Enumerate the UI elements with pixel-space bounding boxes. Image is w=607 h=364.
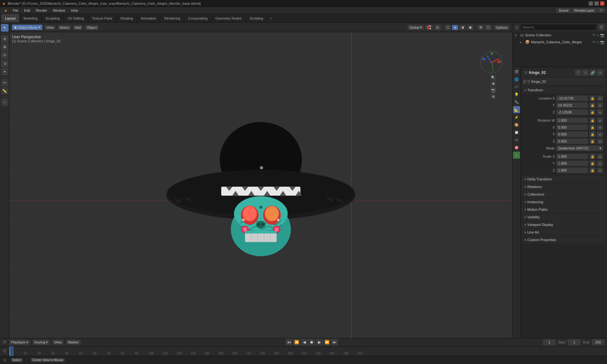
rotation-z-value[interactable]: 0.000 bbox=[556, 138, 588, 144]
playback-btn[interactable]: Playback ▾ bbox=[9, 340, 30, 345]
prop-tab-world[interactable]: 🔧 bbox=[513, 99, 520, 106]
mode-selector[interactable]: ◉ Object Mode ▾ bbox=[12, 25, 42, 30]
prop-tab-modifier[interactable]: ⚡ bbox=[513, 114, 520, 121]
rotation-x-value[interactable]: 0.000 bbox=[556, 124, 588, 130]
mariachi-visibility-action[interactable]: 👁 bbox=[592, 40, 596, 44]
collections-header[interactable]: ▾ Collections bbox=[522, 191, 606, 198]
scale-y-anim-btn[interactable]: ◆ bbox=[597, 161, 603, 166]
maximize-btn[interactable]: □ bbox=[594, 1, 599, 6]
scale-z-value[interactable]: 1.000 bbox=[556, 167, 588, 173]
annotate-tool[interactable]: ✏ bbox=[1, 79, 9, 87]
stop-btn[interactable]: ⏺ bbox=[308, 339, 315, 346]
tab-geometry-nodes[interactable]: Geometry Nodes bbox=[212, 14, 246, 22]
viewport-gizmo[interactable]: X Y Z 🔍 ✥ 📷 ⊛ bbox=[481, 51, 506, 76]
rotation-w-lock[interactable]: 🔒 bbox=[589, 118, 596, 123]
end-frame-input[interactable]: 250 bbox=[592, 339, 604, 345]
timeline-ruler[interactable]: ⏱ 1 10 20 30 40 50 60 70 80 90 100 110 1… bbox=[0, 347, 607, 356]
viewport-add-btn[interactable]: Add bbox=[73, 25, 83, 30]
viewport-view-btn[interactable]: View bbox=[44, 25, 56, 30]
tab-layout[interactable]: Layout bbox=[1, 14, 20, 22]
rotation-z-lock[interactable]: 🔒 bbox=[589, 138, 596, 144]
unlink-btn[interactable]: ✕ bbox=[597, 70, 603, 76]
menu-render[interactable]: Render bbox=[33, 8, 50, 13]
prop-tab-render[interactable]: 🎬 bbox=[513, 68, 520, 75]
motion-paths-header[interactable]: ▾ Motion Paths bbox=[522, 206, 606, 213]
rotation-y-value[interactable]: 0.000 bbox=[556, 131, 588, 137]
prop-tab-constraints[interactable]: ⚙ bbox=[513, 136, 520, 143]
add-cube-tool[interactable]: □ bbox=[1, 98, 9, 106]
mariachi-viewport-action[interactable]: ◎ bbox=[596, 40, 599, 44]
location-x-anim-btn[interactable]: ◆ bbox=[597, 95, 603, 101]
render-layer-selector[interactable]: RenderLayer bbox=[572, 8, 597, 13]
solid-btn[interactable]: ● bbox=[452, 25, 458, 30]
rotation-w-value[interactable]: 1.000 bbox=[556, 118, 588, 123]
transform-tool[interactable]: ✦ bbox=[1, 68, 9, 76]
location-x-lock[interactable]: 🔒 bbox=[589, 95, 596, 101]
gizmo-z-label[interactable]: Z bbox=[481, 57, 483, 61]
zoom-gizmo-btn[interactable]: 🔍 bbox=[490, 75, 496, 80]
tab-texture-paint[interactable]: Texture Paint bbox=[88, 14, 116, 22]
timeline-view-btn[interactable]: View bbox=[52, 340, 64, 345]
scale-tool[interactable]: ⇲ bbox=[1, 60, 9, 67]
outliner-item-mariachi[interactable]: ▸ 📦 Mariachi_Calavera_Cielo_Alegre 👁 ◎ 📷 bbox=[512, 39, 607, 46]
overlay-gizmo-btn[interactable]: ⊛ bbox=[490, 94, 496, 99]
tab-uv-editing[interactable]: UV Editing bbox=[64, 14, 88, 22]
location-z-lock[interactable]: 🔒 bbox=[589, 109, 596, 115]
mariachi-render-action[interactable]: 📷 bbox=[600, 40, 604, 44]
proportional-edit-btn[interactable]: ◎ bbox=[434, 25, 441, 30]
cursor-tool[interactable]: ⊕ bbox=[1, 35, 9, 43]
prop-tab-physics[interactable]: 🔲 bbox=[513, 129, 520, 136]
line-art-header[interactable]: ▾ Line Art bbox=[522, 229, 606, 236]
scene-selector[interactable]: Scene bbox=[556, 8, 571, 13]
rotate-tool[interactable]: ⟳ bbox=[1, 52, 9, 59]
viewport[interactable]: ◉ Object Mode ▾ View Select Add Object G… bbox=[9, 23, 512, 338]
tab-compositing[interactable]: Compositing bbox=[184, 14, 212, 22]
tab-scripting[interactable]: Scripting bbox=[246, 14, 267, 22]
viewport-global-btn[interactable]: Global ▾ bbox=[408, 25, 424, 30]
prop-tab-material[interactable]: ● bbox=[513, 152, 520, 159]
rotation-mode-select[interactable]: Quaternion (WXYZ) ▾ bbox=[556, 145, 603, 151]
prop-tab-view-layer[interactable]: 🏷 bbox=[513, 83, 520, 90]
prop-tab-object[interactable]: 📐 bbox=[513, 106, 520, 113]
engine-btn[interactable]: ▽ bbox=[598, 8, 605, 13]
scale-z-lock[interactable]: 🔒 bbox=[589, 167, 596, 173]
instancing-header[interactable]: ▾ Instancing bbox=[522, 198, 606, 205]
fake-user-btn[interactable]: F bbox=[575, 70, 581, 76]
prop-tab-scene[interactable]: 💡 bbox=[513, 91, 520, 98]
visibility-action[interactable]: 👁 bbox=[592, 33, 596, 37]
tab-shading[interactable]: Shading bbox=[116, 14, 137, 22]
tab-sculpting[interactable]: Sculpting bbox=[42, 14, 64, 22]
tab-animation[interactable]: Animation bbox=[137, 14, 161, 22]
tab-modeling[interactable]: Modeling bbox=[20, 14, 42, 22]
snap-btn[interactable]: 🧲 bbox=[425, 25, 433, 30]
move-tool[interactable]: ✥ bbox=[1, 43, 9, 51]
location-x-value[interactable]: -10.01735 bbox=[556, 95, 588, 101]
rotation-z-anim-btn[interactable]: ◆ bbox=[597, 138, 603, 144]
render-action[interactable]: 📷 bbox=[600, 33, 604, 37]
tab-rendering[interactable]: Rendering bbox=[160, 14, 184, 22]
visibility-header[interactable]: ▾ Visibility bbox=[522, 214, 606, 221]
jump-end-btn[interactable]: ⏭ bbox=[331, 339, 338, 346]
keying-btn[interactable]: Keying ▾ bbox=[33, 340, 50, 345]
move-gizmo-btn[interactable]: ✥ bbox=[490, 81, 496, 87]
options-btn[interactable]: Options bbox=[494, 25, 510, 30]
scale-x-value[interactable]: 1.000 bbox=[556, 154, 588, 159]
outliner-item-scene-collection[interactable]: ▾ 🗂 Scene Collection 👁 ◎ 📷 bbox=[512, 32, 607, 39]
delta-transform-header[interactable]: ▾ Delta Transform bbox=[522, 176, 606, 183]
rotation-x-lock[interactable]: 🔒 bbox=[589, 124, 596, 130]
gizmo-y-label[interactable]: Y bbox=[491, 52, 493, 55]
location-z-value[interactable]: -2.13538 bbox=[556, 109, 588, 115]
scale-x-anim-btn[interactable]: ◆ bbox=[597, 154, 603, 159]
viewport-object-btn[interactable]: Object bbox=[85, 25, 99, 30]
outliner-filter-btn[interactable]: ▽ bbox=[598, 24, 604, 30]
rotation-y-lock[interactable]: 🔒 bbox=[589, 131, 596, 137]
viewport-canvas[interactable]: User Perspective (1) Scene Collection | … bbox=[9, 32, 512, 338]
menu-file[interactable]: File bbox=[10, 8, 21, 13]
jump-start-btn[interactable]: ⏮ bbox=[285, 339, 292, 346]
close-btn[interactable]: ✕ bbox=[600, 1, 604, 6]
relations-header[interactable]: ▾ Relations bbox=[522, 183, 606, 190]
prev-keyframe-btn[interactable]: ⏪ bbox=[293, 339, 300, 346]
rotation-y-anim-btn[interactable]: ◆ bbox=[597, 131, 603, 137]
rotation-x-anim-btn[interactable]: ◆ bbox=[597, 124, 603, 130]
user-count-btn[interactable]: 1 bbox=[582, 70, 589, 76]
